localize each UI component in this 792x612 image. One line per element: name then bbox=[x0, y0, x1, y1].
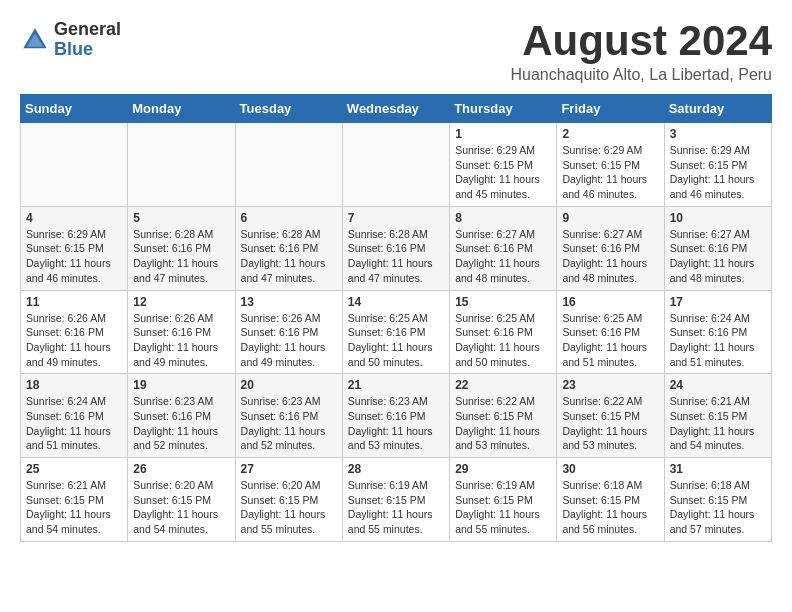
day-number: 18 bbox=[26, 378, 122, 392]
day-number: 15 bbox=[455, 295, 551, 309]
day-info: Sunrise: 6:29 AM Sunset: 6:15 PM Dayligh… bbox=[455, 143, 551, 202]
day-info: Sunrise: 6:20 AM Sunset: 6:15 PM Dayligh… bbox=[133, 478, 229, 537]
day-info: Sunrise: 6:26 AM Sunset: 6:16 PM Dayligh… bbox=[241, 311, 337, 370]
day-info: Sunrise: 6:26 AM Sunset: 6:16 PM Dayligh… bbox=[26, 311, 122, 370]
logo-icon bbox=[20, 25, 50, 55]
day-info: Sunrise: 6:25 AM Sunset: 6:16 PM Dayligh… bbox=[455, 311, 551, 370]
day-info: Sunrise: 6:28 AM Sunset: 6:16 PM Dayligh… bbox=[241, 227, 337, 286]
calendar-cell: 12Sunrise: 6:26 AM Sunset: 6:16 PM Dayli… bbox=[128, 290, 235, 374]
location-subtitle: Huanchaquito Alto, La Libertad, Peru bbox=[510, 66, 772, 84]
day-info: Sunrise: 6:18 AM Sunset: 6:15 PM Dayligh… bbox=[670, 478, 766, 537]
page-header: General Blue August 2024 Huanchaquito Al… bbox=[20, 20, 772, 84]
day-number: 23 bbox=[562, 378, 658, 392]
calendar-cell: 11Sunrise: 6:26 AM Sunset: 6:16 PM Dayli… bbox=[21, 290, 128, 374]
day-info: Sunrise: 6:23 AM Sunset: 6:16 PM Dayligh… bbox=[241, 394, 337, 453]
day-number: 20 bbox=[241, 378, 337, 392]
day-info: Sunrise: 6:28 AM Sunset: 6:16 PM Dayligh… bbox=[133, 227, 229, 286]
day-number: 21 bbox=[348, 378, 444, 392]
day-number: 9 bbox=[562, 211, 658, 225]
day-number: 22 bbox=[455, 378, 551, 392]
day-number: 1 bbox=[455, 127, 551, 141]
calendar-cell: 29Sunrise: 6:19 AM Sunset: 6:15 PM Dayli… bbox=[450, 458, 557, 542]
day-number: 24 bbox=[670, 378, 766, 392]
logo-text: General Blue bbox=[54, 20, 121, 60]
day-number: 14 bbox=[348, 295, 444, 309]
day-number: 5 bbox=[133, 211, 229, 225]
column-header-monday: Monday bbox=[128, 95, 235, 123]
calendar-cell: 28Sunrise: 6:19 AM Sunset: 6:15 PM Dayli… bbox=[342, 458, 449, 542]
calendar-cell: 7Sunrise: 6:28 AM Sunset: 6:16 PM Daylig… bbox=[342, 206, 449, 290]
column-header-saturday: Saturday bbox=[664, 95, 771, 123]
day-info: Sunrise: 6:22 AM Sunset: 6:15 PM Dayligh… bbox=[455, 394, 551, 453]
calendar-week-row: 1Sunrise: 6:29 AM Sunset: 6:15 PM Daylig… bbox=[21, 123, 772, 207]
calendar-cell: 25Sunrise: 6:21 AM Sunset: 6:15 PM Dayli… bbox=[21, 458, 128, 542]
calendar-cell: 8Sunrise: 6:27 AM Sunset: 6:16 PM Daylig… bbox=[450, 206, 557, 290]
day-number: 2 bbox=[562, 127, 658, 141]
day-info: Sunrise: 6:27 AM Sunset: 6:16 PM Dayligh… bbox=[455, 227, 551, 286]
day-info: Sunrise: 6:29 AM Sunset: 6:15 PM Dayligh… bbox=[562, 143, 658, 202]
day-info: Sunrise: 6:26 AM Sunset: 6:16 PM Dayligh… bbox=[133, 311, 229, 370]
calendar-cell: 5Sunrise: 6:28 AM Sunset: 6:16 PM Daylig… bbox=[128, 206, 235, 290]
day-info: Sunrise: 6:18 AM Sunset: 6:15 PM Dayligh… bbox=[562, 478, 658, 537]
day-info: Sunrise: 6:29 AM Sunset: 6:15 PM Dayligh… bbox=[26, 227, 122, 286]
day-number: 16 bbox=[562, 295, 658, 309]
calendar-cell: 23Sunrise: 6:22 AM Sunset: 6:15 PM Dayli… bbox=[557, 374, 664, 458]
calendar-week-row: 25Sunrise: 6:21 AM Sunset: 6:15 PM Dayli… bbox=[21, 458, 772, 542]
calendar-cell: 10Sunrise: 6:27 AM Sunset: 6:16 PM Dayli… bbox=[664, 206, 771, 290]
column-header-thursday: Thursday bbox=[450, 95, 557, 123]
day-number: 30 bbox=[562, 462, 658, 476]
day-info: Sunrise: 6:20 AM Sunset: 6:15 PM Dayligh… bbox=[241, 478, 337, 537]
day-info: Sunrise: 6:21 AM Sunset: 6:15 PM Dayligh… bbox=[26, 478, 122, 537]
calendar-cell bbox=[21, 123, 128, 207]
day-number: 8 bbox=[455, 211, 551, 225]
day-number: 26 bbox=[133, 462, 229, 476]
month-year-title: August 2024 bbox=[510, 20, 772, 62]
calendar-cell: 16Sunrise: 6:25 AM Sunset: 6:16 PM Dayli… bbox=[557, 290, 664, 374]
day-info: Sunrise: 6:28 AM Sunset: 6:16 PM Dayligh… bbox=[348, 227, 444, 286]
calendar-week-row: 4Sunrise: 6:29 AM Sunset: 6:15 PM Daylig… bbox=[21, 206, 772, 290]
calendar-cell: 9Sunrise: 6:27 AM Sunset: 6:16 PM Daylig… bbox=[557, 206, 664, 290]
calendar-cell: 1Sunrise: 6:29 AM Sunset: 6:15 PM Daylig… bbox=[450, 123, 557, 207]
day-info: Sunrise: 6:29 AM Sunset: 6:15 PM Dayligh… bbox=[670, 143, 766, 202]
calendar-cell bbox=[128, 123, 235, 207]
calendar-cell: 24Sunrise: 6:21 AM Sunset: 6:15 PM Dayli… bbox=[664, 374, 771, 458]
day-number: 12 bbox=[133, 295, 229, 309]
calendar-cell: 15Sunrise: 6:25 AM Sunset: 6:16 PM Dayli… bbox=[450, 290, 557, 374]
day-info: Sunrise: 6:27 AM Sunset: 6:16 PM Dayligh… bbox=[670, 227, 766, 286]
day-number: 11 bbox=[26, 295, 122, 309]
day-info: Sunrise: 6:21 AM Sunset: 6:15 PM Dayligh… bbox=[670, 394, 766, 453]
logo-general: General bbox=[54, 20, 121, 40]
calendar-week-row: 18Sunrise: 6:24 AM Sunset: 6:16 PM Dayli… bbox=[21, 374, 772, 458]
column-header-friday: Friday bbox=[557, 95, 664, 123]
calendar-cell bbox=[342, 123, 449, 207]
column-header-wednesday: Wednesday bbox=[342, 95, 449, 123]
title-section: August 2024 Huanchaquito Alto, La Libert… bbox=[510, 20, 772, 84]
calendar-cell: 14Sunrise: 6:25 AM Sunset: 6:16 PM Dayli… bbox=[342, 290, 449, 374]
calendar-cell: 31Sunrise: 6:18 AM Sunset: 6:15 PM Dayli… bbox=[664, 458, 771, 542]
calendar-body: 1Sunrise: 6:29 AM Sunset: 6:15 PM Daylig… bbox=[21, 123, 772, 542]
day-info: Sunrise: 6:22 AM Sunset: 6:15 PM Dayligh… bbox=[562, 394, 658, 453]
calendar-cell: 22Sunrise: 6:22 AM Sunset: 6:15 PM Dayli… bbox=[450, 374, 557, 458]
day-number: 3 bbox=[670, 127, 766, 141]
calendar-cell: 30Sunrise: 6:18 AM Sunset: 6:15 PM Dayli… bbox=[557, 458, 664, 542]
day-info: Sunrise: 6:23 AM Sunset: 6:16 PM Dayligh… bbox=[348, 394, 444, 453]
day-info: Sunrise: 6:27 AM Sunset: 6:16 PM Dayligh… bbox=[562, 227, 658, 286]
day-info: Sunrise: 6:25 AM Sunset: 6:16 PM Dayligh… bbox=[348, 311, 444, 370]
calendar-cell: 26Sunrise: 6:20 AM Sunset: 6:15 PM Dayli… bbox=[128, 458, 235, 542]
calendar-cell: 20Sunrise: 6:23 AM Sunset: 6:16 PM Dayli… bbox=[235, 374, 342, 458]
calendar-cell: 17Sunrise: 6:24 AM Sunset: 6:16 PM Dayli… bbox=[664, 290, 771, 374]
calendar-cell: 19Sunrise: 6:23 AM Sunset: 6:16 PM Dayli… bbox=[128, 374, 235, 458]
calendar-cell: 27Sunrise: 6:20 AM Sunset: 6:15 PM Dayli… bbox=[235, 458, 342, 542]
day-info: Sunrise: 6:19 AM Sunset: 6:15 PM Dayligh… bbox=[455, 478, 551, 537]
calendar-cell: 4Sunrise: 6:29 AM Sunset: 6:15 PM Daylig… bbox=[21, 206, 128, 290]
calendar-week-row: 11Sunrise: 6:26 AM Sunset: 6:16 PM Dayli… bbox=[21, 290, 772, 374]
logo-blue: Blue bbox=[54, 40, 121, 60]
calendar-header-row: SundayMondayTuesdayWednesdayThursdayFrid… bbox=[21, 95, 772, 123]
day-number: 27 bbox=[241, 462, 337, 476]
day-info: Sunrise: 6:23 AM Sunset: 6:16 PM Dayligh… bbox=[133, 394, 229, 453]
column-header-sunday: Sunday bbox=[21, 95, 128, 123]
column-header-tuesday: Tuesday bbox=[235, 95, 342, 123]
calendar-cell: 21Sunrise: 6:23 AM Sunset: 6:16 PM Dayli… bbox=[342, 374, 449, 458]
day-info: Sunrise: 6:19 AM Sunset: 6:15 PM Dayligh… bbox=[348, 478, 444, 537]
calendar-cell: 3Sunrise: 6:29 AM Sunset: 6:15 PM Daylig… bbox=[664, 123, 771, 207]
